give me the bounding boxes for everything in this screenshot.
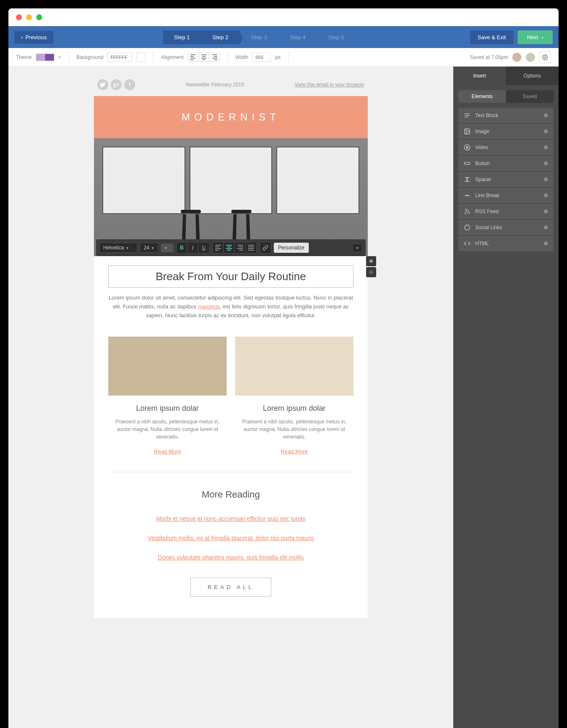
align-justify-button[interactable] (246, 242, 257, 253)
more-link[interactable]: Donec vulputate pharetra mauris, quis fr… (108, 554, 353, 561)
format-toolbar: Theme ▾ Background Alignment Width px Sa… (8, 48, 559, 67)
element-spacer[interactable]: Spacer ✥ (458, 172, 554, 187)
column-title: Lorem ipsum dolar (108, 404, 227, 413)
drag-handle-icon: ✥ (543, 176, 548, 183)
element-label: Video (475, 145, 539, 150)
column-text: Praesent a nibh iaculis, pellentesque me… (235, 418, 353, 441)
bold-button[interactable]: B (177, 242, 187, 253)
align-left-button[interactable] (213, 242, 224, 253)
read-more-link[interactable]: Read More (281, 448, 308, 455)
column-image[interactable] (108, 337, 227, 396)
column-1[interactable]: Lorem ipsum dolar Praesent a nibh iaculi… (108, 337, 227, 455)
link-button[interactable] (260, 242, 271, 253)
width-unit: px (275, 54, 281, 60)
tab-options[interactable]: Options (506, 67, 559, 85)
twitter-icon[interactable] (97, 79, 108, 90)
align-center-button[interactable] (224, 242, 235, 253)
separator (288, 51, 289, 63)
separator (227, 51, 228, 63)
email-body: MODERNIST Helvetica▾ 24▾ ▾ B I U (94, 96, 368, 618)
alignment-label: Alignment (161, 54, 183, 60)
avatar[interactable] (526, 53, 535, 62)
subtab-elements[interactable]: Elements (458, 90, 506, 103)
background-swatch[interactable] (136, 53, 145, 62)
column-image[interactable] (235, 337, 353, 396)
next-label: Next (527, 34, 538, 40)
element-label: Line Break (475, 193, 539, 198)
element-social-links[interactable]: Social Links ✥ (458, 220, 554, 235)
settings-button[interactable] (539, 51, 551, 63)
alignment-group (188, 53, 220, 62)
canvas: g+ f Newsletter February 2015 View this … (8, 67, 453, 728)
move-handle[interactable]: ✥ (366, 256, 376, 266)
window-close-icon[interactable] (16, 14, 22, 20)
element-label: HTML (475, 241, 539, 246)
subtab-saved[interactable]: Saved (506, 90, 554, 103)
element-text-block[interactable]: Text Block ✥ (458, 108, 554, 123)
align-right-button[interactable] (235, 242, 246, 253)
save-exit-button[interactable]: Save & Exit (470, 30, 514, 44)
text-icon (463, 112, 471, 119)
line-break-icon (463, 192, 471, 199)
rich-text-toolbar: Helvetica▾ 24▾ ▾ B I U (96, 239, 366, 256)
drag-handle-icon: ✥ (543, 112, 548, 119)
divider (108, 472, 353, 472)
tab-insert[interactable]: Insert (453, 67, 506, 85)
underline-button[interactable]: U (198, 242, 209, 253)
element-rss-feed[interactable]: RSS Feed ✥ (458, 204, 554, 219)
more-link[interactable]: Vestibulum mollis, ex at fringilla place… (108, 535, 353, 541)
read-more-link[interactable]: Read More (154, 448, 181, 455)
element-video[interactable]: Video ✥ (458, 140, 554, 155)
column-2[interactable]: Lorem ipsum dolar Praesent a nibh iaculi… (235, 337, 353, 455)
element-image[interactable]: Image ✥ (458, 124, 554, 139)
step-breadcrumb: Step 1 Step 2 Step 3 Step 4 Step 5 (163, 30, 356, 44)
element-button[interactable]: Button ✥ (458, 156, 554, 171)
google-plus-icon[interactable]: g+ (111, 79, 122, 90)
step-3[interactable]: Step 3 (240, 30, 278, 44)
next-button[interactable]: Next › (518, 30, 553, 44)
image-icon (463, 128, 471, 135)
text-block[interactable]: Break From Your Daily Routine Lorem ipsu… (94, 256, 368, 337)
svg-point-0 (544, 56, 546, 58)
italic-button[interactable]: I (187, 242, 198, 253)
size-value: 24 (144, 245, 149, 251)
step-2[interactable]: Step 2 (202, 30, 240, 44)
element-html[interactable]: HTML ✥ (458, 236, 554, 251)
size-select[interactable]: 24▾ (140, 243, 158, 253)
font-select[interactable]: Helvetica▾ (99, 243, 137, 253)
window-zoom-icon[interactable] (36, 14, 42, 20)
window-minimize-icon[interactable] (26, 14, 32, 20)
step-5[interactable]: Step 5 (317, 30, 355, 44)
brand-header: MODERNIST (94, 96, 368, 138)
color-select[interactable]: ▾ (161, 244, 174, 252)
theme-swatch[interactable] (36, 54, 54, 61)
previous-label: Previous (25, 34, 47, 40)
facebook-icon[interactable]: f (124, 79, 135, 90)
headline-input[interactable]: Break From Your Daily Routine (108, 265, 353, 288)
more-link[interactable]: Morbi et neque at nunc accumsan efficitu… (108, 515, 353, 522)
align-right-button[interactable] (210, 53, 220, 62)
workarea: g+ f Newsletter February 2015 View this … (8, 67, 559, 728)
previous-button[interactable]: ‹ Previous (14, 31, 53, 44)
background-input[interactable] (107, 53, 132, 62)
element-label: Button (475, 161, 539, 166)
rss-icon (463, 208, 471, 215)
element-line-break[interactable]: Line Break ✥ (458, 188, 554, 203)
avatar[interactable] (512, 53, 522, 62)
chevron-down-icon[interactable]: ▾ (59, 55, 61, 59)
block-settings-button[interactable] (366, 267, 376, 277)
body-link[interactable]: maximus (198, 303, 220, 310)
top-nav: ‹ Previous Step 1 Step 2 Step 3 Step 4 S… (8, 26, 559, 48)
step-1[interactable]: Step 1 (163, 30, 201, 44)
drag-handle-icon: ✥ (543, 240, 548, 247)
element-label: Social Links (475, 225, 539, 230)
align-center-button[interactable] (199, 53, 209, 62)
step-4[interactable]: Step 4 (279, 30, 317, 44)
read-all-button[interactable]: READ ALL (190, 578, 271, 597)
more-options-button[interactable]: ▾ (352, 244, 362, 252)
align-left-button[interactable] (188, 53, 198, 62)
personalize-button[interactable]: Personalize (274, 243, 309, 253)
hero-image[interactable]: Helvetica▾ 24▾ ▾ B I U (94, 138, 368, 256)
width-input[interactable] (252, 53, 271, 62)
view-in-browser-link[interactable]: View this email in your browser (295, 82, 364, 88)
